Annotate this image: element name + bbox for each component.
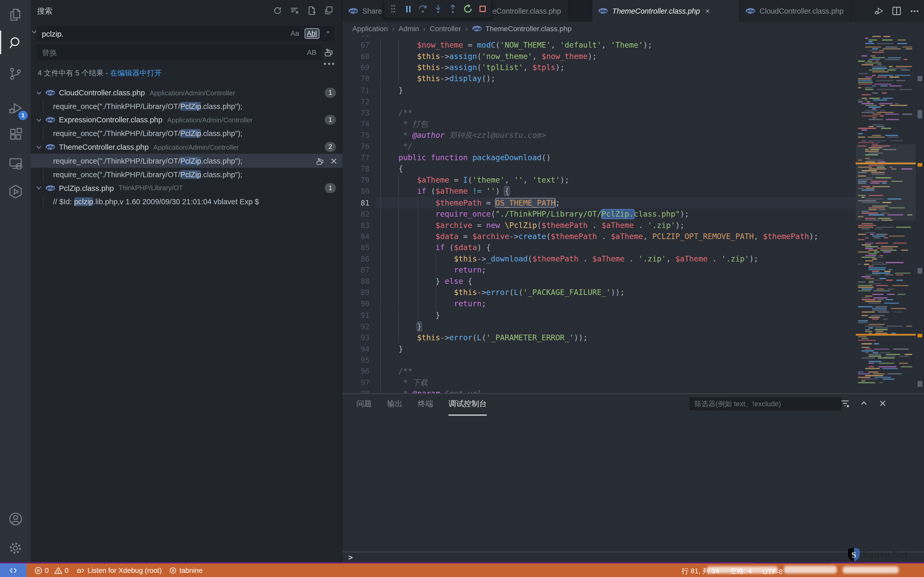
line-number: 93 [342, 332, 370, 343]
xdebug-status[interactable]: Listen for Xdebug (root) [76, 566, 162, 574]
tab-label: CloudController.class.php [759, 7, 843, 15]
run-or-debug-icon[interactable] [874, 6, 884, 16]
twistie-chevron-icon[interactable] [36, 144, 42, 150]
result-match-row[interactable]: // $Id: pclzip.lib.php,v 1.60 2009/09/30… [31, 195, 342, 208]
activity-item-account[interactable] [0, 505, 31, 532]
result-match-row[interactable]: require_once("./ThinkPHP/Library/OT/PclZ… [31, 168, 342, 181]
result-file-row[interactable]: phpPclZip.class.phpThinkPHP/Library/OT1 [31, 181, 342, 195]
editor-group: phpShareareController.class.phpphpThemeC… [342, 0, 924, 393]
open-in-editor-link[interactable]: 在编辑器中打开 [110, 69, 162, 77]
watermark-logo: S [847, 547, 860, 562]
activity-item-search[interactable] [0, 29, 31, 56]
activity-item-explorer[interactable] [0, 1, 31, 28]
console-filter-input[interactable] [690, 398, 842, 410]
step-over-icon[interactable] [417, 3, 429, 15]
activity-item-run-and-debug[interactable]: 1 [0, 94, 31, 121]
match-line-text: require_once("./ThinkPHP/Library/OT/PclZ… [53, 170, 242, 179]
tab-CloudController.class.php[interactable]: phpCloudController.class.php [740, 0, 851, 22]
debug-console-input[interactable]: > [342, 552, 924, 562]
result-file-path: Application/Admin/Controller [167, 116, 325, 123]
more-actions-icon[interactable] [909, 6, 919, 16]
replace-input[interactable] [37, 45, 305, 60]
breadcrumb-file[interactable]: ThemeController.class.php [485, 24, 572, 33]
result-file-name: ThemeController.class.php [59, 143, 149, 152]
php-file-icon: php [348, 8, 359, 14]
match-case-toggle[interactable]: Aa [288, 28, 302, 39]
ruler-mark [918, 76, 922, 81]
result-match-row[interactable]: require_once("./ThinkPHP/Library/OT/PclZ… [31, 127, 342, 140]
new-search-editor-icon[interactable] [307, 5, 317, 15]
obscured-status-text [784, 566, 837, 574]
regex-toggle[interactable]: .* [322, 28, 332, 39]
line-number: 98 [342, 388, 370, 393]
result-file-row[interactable]: phpThemeController.class.phpApplication/… [31, 140, 342, 154]
close-panel-icon[interactable] [877, 398, 887, 408]
replace-all-icon[interactable] [324, 47, 334, 57]
result-match-row[interactable]: require_once("./ThinkPHP/Library/OT/PclZ… [31, 100, 342, 113]
line-number: 70 [342, 73, 370, 84]
tab-bar-gap [569, 0, 592, 22]
tab-ThemeController.class.php[interactable]: phpThemeController.class.php× [592, 0, 740, 22]
code-line: $this->_download($themePath . $aTheme . … [380, 253, 758, 264]
panel-tab-问题[interactable]: 问题 [357, 394, 372, 416]
result-file-row[interactable]: phpCloudController.class.phpApplication/… [31, 86, 342, 100]
problems-status[interactable]: 0 0 [34, 566, 69, 574]
result-match-row[interactable]: require_once("./ThinkPHP/Library/OT/PclZ… [31, 154, 342, 168]
match-count-badge: 1 [325, 115, 336, 125]
tabnine-status[interactable]: tabnine [170, 566, 203, 574]
code-line: $themePath = OS_THEME_PATH; [380, 197, 560, 208]
find-match-highlight: PclZip. [601, 210, 634, 218]
search-details-toggle[interactable]: ••• [323, 59, 336, 69]
chevron-up-icon[interactable] [858, 398, 869, 408]
remote-icon [9, 566, 18, 574]
stop-icon[interactable] [477, 3, 489, 15]
breadcrumb-item[interactable]: Application [352, 24, 388, 33]
split-editor-icon[interactable] [892, 6, 901, 16]
remote-indicator[interactable] [0, 563, 27, 577]
code-line: $this->error(L('_PACKAGE_FAILURE_')); [380, 287, 624, 298]
minimap[interactable] [856, 23, 916, 388]
php-file-icon: php [598, 8, 608, 14]
match-count-badge: 2 [325, 142, 336, 152]
toggle-replace-chevron[interactable] [31, 29, 37, 36]
line-number: 69 [342, 62, 370, 73]
step-out-icon[interactable] [447, 3, 459, 15]
line-number: 96 [342, 366, 370, 377]
code-line: { [380, 163, 403, 175]
activity-item-extensions[interactable] [0, 120, 31, 147]
activity-item-tabnine[interactable] [0, 178, 31, 205]
panel-tab-终端[interactable]: 终端 [418, 394, 433, 416]
pause-icon[interactable] [402, 3, 414, 15]
activity-item-remote-explorer[interactable] [0, 150, 31, 177]
whole-word-toggle[interactable]: Abl [304, 28, 320, 39]
code-line: } [380, 309, 440, 321]
code-line: $this->assign('now_theme', $now_theme); [380, 51, 597, 62]
console-filter-box [690, 398, 842, 410]
breadcrumb-item[interactable]: Controller [430, 24, 461, 33]
clear-results-icon[interactable] [289, 5, 299, 15]
refresh-icon[interactable] [272, 5, 282, 15]
preserve-case-toggle[interactable]: AB [305, 47, 319, 58]
replace-match-icon[interactable] [316, 156, 325, 165]
activity-item-source-control[interactable] [0, 60, 31, 87]
panel-tab-输出[interactable]: 输出 [387, 394, 402, 416]
svg-text:php: php [746, 9, 754, 13]
panel-tab-调试控制台[interactable]: 调试控制台 [448, 394, 487, 416]
result-file-row[interactable]: phpExpressionController.class.phpApplica… [31, 113, 342, 127]
restart-icon[interactable] [462, 3, 473, 15]
step-into-icon[interactable] [432, 3, 444, 15]
activity-item-settings[interactable] [0, 535, 31, 562]
open-in-editor-icon[interactable] [323, 5, 334, 15]
search-input[interactable] [37, 26, 288, 41]
code-editor[interactable]: 6667$now_theme = modC('NOW_THEME', 'defa… [342, 22, 924, 393]
close-tab-icon[interactable]: × [705, 6, 710, 15]
twistie-chevron-icon[interactable] [36, 117, 42, 123]
code-line [380, 355, 399, 366]
breadcrumb-separator-icon: › [423, 24, 425, 33]
breadcrumb-item[interactable]: Admin [399, 24, 419, 33]
filter-icon[interactable] [840, 398, 850, 408]
twistie-chevron-icon[interactable] [36, 90, 42, 96]
twistie-chevron-icon[interactable] [36, 185, 42, 191]
dismiss-match-icon[interactable] [330, 157, 338, 164]
line-number: 79 [342, 174, 370, 186]
